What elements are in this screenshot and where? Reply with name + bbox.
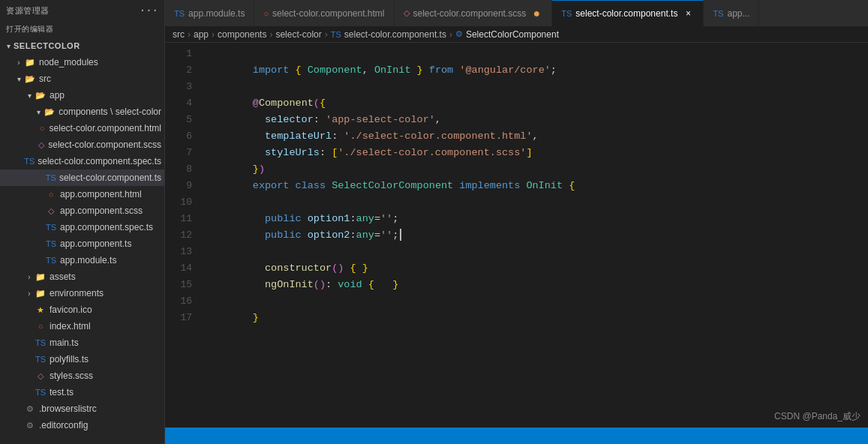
tree-item-label: app.component.spec.ts (60, 222, 153, 232)
ts-file-icon: TS (46, 173, 56, 182)
folder-icon: 📁 (24, 58, 36, 68)
tree-item-label: favicon.ico (50, 304, 92, 315)
tab-label: select-color.component.html (272, 8, 384, 19)
breadcrumb-app[interactable]: app (194, 29, 209, 40)
tree-item-select-color-scss[interactable]: ◇ select-color.component.scss (0, 136, 164, 153)
tree-item-label: select-color.component.spec.ts (38, 156, 161, 166)
tree-item-main-ts[interactable]: TS main.ts (0, 334, 164, 351)
tree-item-select-color-spec-ts[interactable]: TS select-color.component.spec.ts (0, 153, 164, 170)
tree-item-src[interactable]: ▾ 📂 src (0, 70, 164, 87)
tree-item-browserslistrc[interactable]: ⚙ .browserslistrc (0, 400, 164, 417)
tree-item-app-component-spec-ts[interactable]: TS app.component.spec.ts (0, 219, 164, 236)
breadcrumb-sep: › (325, 29, 328, 40)
breadcrumb-sep: › (269, 29, 272, 40)
tree-item-select-color-ts[interactable]: TS select-color.component.ts (0, 170, 164, 186)
ts-file-icon: TS (45, 256, 57, 265)
tree-item-label: main.ts (50, 338, 79, 348)
tree-item-label: environments (50, 288, 104, 298)
ts-file-icon: TS (35, 338, 47, 347)
ts-file-icon: TS (35, 355, 47, 364)
statusbar (165, 428, 868, 444)
tree-item-polyfills-ts[interactable]: TS polyfills.ts (0, 351, 164, 368)
tab-label: app.module.ts (188, 8, 245, 19)
tree-item-app-module-ts[interactable]: TS app.module.ts (0, 252, 164, 268)
breadcrumb-file[interactable]: select-color.component.ts (344, 29, 446, 40)
file-icon: ⚙ (24, 404, 36, 414)
tree-item-label: app.component.html (60, 189, 142, 200)
tab-modified-dot: ● (530, 8, 542, 20)
tree-item-select-color-html[interactable]: ○ select-color.component.html (0, 120, 164, 136)
code-line-17 (204, 310, 868, 326)
tree-item-editorconfig[interactable]: ⚙ .editorconfig (0, 417, 164, 434)
tree-item-label: src (39, 74, 51, 84)
tab-select-color-html[interactable]: ○ select-color.component.html (254, 0, 394, 26)
breadcrumb-select-color[interactable]: select-color (275, 29, 321, 40)
breadcrumb-sep: › (449, 29, 452, 40)
breadcrumb-src[interactable]: src (173, 29, 185, 40)
ts-breadcrumb-icon2: ⚙ (455, 29, 463, 39)
editor-area: TS app.module.ts ○ select-color.componen… (165, 0, 868, 444)
ts-breadcrumb-icon: TS (331, 30, 341, 39)
scss-file-icon: ◇ (38, 140, 45, 150)
ts-file-icon: TS (45, 239, 57, 248)
tab-app-partial[interactable]: TS app... (704, 0, 759, 26)
sidebar-header-title: 资源管理器 (6, 5, 50, 16)
breadcrumb-class[interactable]: SelectColorComponent (466, 29, 559, 40)
line-numbers: 1 2 3 4 5 6 7 8 9 10 11 12 13 14 15 16 1… (165, 43, 201, 428)
scss-file-icon: ◇ (45, 206, 57, 216)
code-line-8: export class SelectColorComponent implem… (204, 161, 868, 178)
tree-item-label: app.module.ts (60, 255, 116, 266)
folder-icon: 📁 (35, 289, 47, 298)
tree-item-components-select-color[interactable]: ▾ 📂 components \ select-color (0, 104, 164, 120)
ts-tab-icon: TS (713, 9, 723, 18)
html-file-icon: ○ (45, 190, 57, 199)
tree-item-label: components \ select-color (59, 106, 161, 117)
code-line-10: public option1:any=''; (204, 194, 868, 211)
tree-item-app-component-html[interactable]: ○ app.component.html (0, 186, 164, 202)
tree-item-label: select-color.component.ts (59, 172, 161, 183)
tree-item-label: node_modules (39, 57, 98, 68)
ts-file-icon: TS (35, 388, 47, 397)
code-line-16: } (204, 293, 868, 310)
tree-item-index-html[interactable]: ○ index.html (0, 318, 164, 334)
sidebar-more-button[interactable]: ··· (140, 4, 158, 16)
sidebar: 资源管理器 ··· 打开的编辑器 ▾ SELECTCOLOR › 📁 node_… (0, 0, 165, 444)
tree-item-label: styles.scss (50, 370, 93, 381)
folder-open-icon: 📂 (44, 107, 56, 117)
tree-item-label: select-color.component.scss (48, 140, 161, 150)
file-tree: ▾ SELECTCOLOR › 📁 node_modules ▾ 📂 src ▾… (0, 38, 164, 444)
tree-item-assets[interactable]: › 📁 assets (0, 268, 164, 285)
tree-item-environments[interactable]: › 📁 environments (0, 285, 164, 302)
breadcrumb-sep: › (212, 29, 215, 40)
tree-root-selectcolor[interactable]: ▾ SELECTCOLOR (0, 38, 164, 54)
ts-tab-icon: TS (561, 9, 572, 18)
file-icon: ⚙ (24, 421, 36, 430)
tree-item-label: .browserslistrc (39, 404, 97, 414)
tree-item-test-ts[interactable]: TS test.ts (0, 384, 164, 400)
tree-item-node-modules[interactable]: › 📁 node_modules (0, 54, 164, 70)
tab-close-button[interactable]: × (682, 8, 694, 20)
tree-item-label: test.ts (50, 387, 74, 398)
tab-app-module-ts[interactable]: TS app.module.ts (165, 0, 254, 26)
tree-item-favicon[interactable]: ★ favicon.ico (0, 302, 164, 318)
breadcrumb-components[interactable]: components (218, 29, 266, 40)
tree-item-app-component-ts[interactable]: TS app.component.ts (0, 236, 164, 252)
sidebar-header: 资源管理器 ··· (0, 0, 164, 21)
tree-item-label: app (50, 90, 65, 100)
code-content: import { Component, OnInit } from '@angu… (201, 43, 868, 428)
tree-item-app-component-scss[interactable]: ◇ app.component.scss (0, 202, 164, 219)
tree-item-app[interactable]: ▾ 📂 app (0, 87, 164, 104)
tree-item-styles-scss[interactable]: ◇ styles.scss (0, 368, 164, 384)
ts-tab-icon: TS (174, 9, 185, 18)
open-editors-section[interactable]: 打开的编辑器 (0, 21, 164, 38)
chevron-right-icon: › (24, 273, 35, 281)
html-file-icon: ○ (35, 322, 47, 331)
chevron-right-icon: › (24, 290, 35, 298)
tab-select-color-ts[interactable]: TS select-color.component.ts × (552, 0, 704, 26)
code-editor[interactable]: 1 2 3 4 5 6 7 8 9 10 11 12 13 14 15 16 1… (165, 43, 868, 428)
ico-file-icon: ★ (35, 305, 47, 315)
chevron-down-icon: ▾ (24, 92, 35, 100)
tree-item-label: index.html (50, 321, 91, 332)
html-file-icon: ○ (38, 124, 47, 133)
tab-select-color-scss[interactable]: ◇ select-color.component.scss ● (395, 0, 553, 26)
